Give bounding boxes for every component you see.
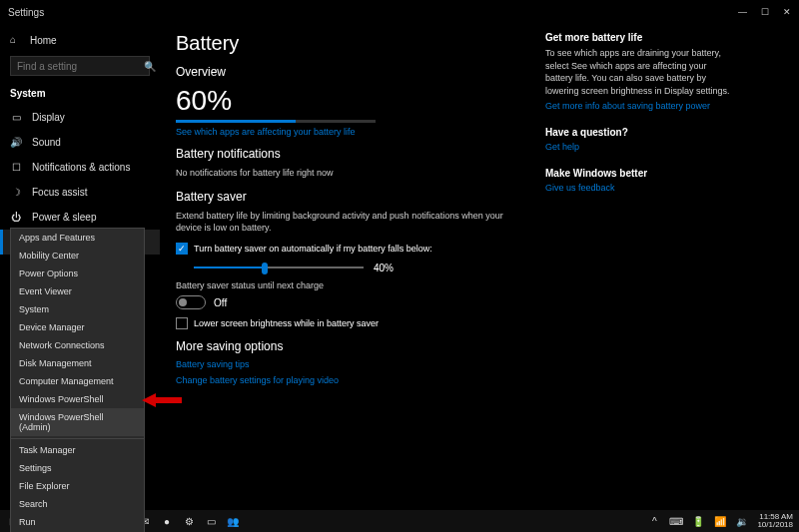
home-icon: ⌂ xyxy=(10,34,22,46)
ctx-label: Device Manager xyxy=(19,322,85,332)
ctx-label: File Explorer xyxy=(19,481,70,491)
home-label: Home xyxy=(30,35,57,46)
brightness-label: Lower screen brightness while in battery… xyxy=(194,318,379,328)
ctx-run[interactable]: Run xyxy=(11,513,144,531)
ctx-power-options[interactable]: Power Options xyxy=(11,265,144,282)
nav-icon: ▭ xyxy=(10,112,22,123)
ctx-windows-powershell[interactable]: Windows PowerShell xyxy=(11,390,144,408)
notifications-heading: Battery notifications xyxy=(176,147,515,161)
notifications-body: No notifications for battery life right … xyxy=(176,167,515,180)
ctx-label: System xyxy=(19,304,49,314)
tips-link[interactable]: Battery saving tips xyxy=(176,359,515,369)
ctx-file-explorer[interactable]: File Explorer xyxy=(11,477,144,495)
help-info-link[interactable]: Get more info about saving battery power xyxy=(545,101,735,111)
minimize-button[interactable]: — xyxy=(738,7,747,17)
ctx-label: Settings xyxy=(19,463,52,473)
threshold-value: 40% xyxy=(374,263,394,273)
ctx-label: Run xyxy=(19,517,36,527)
nav-icon: ☽ xyxy=(10,187,22,198)
ctx-settings[interactable]: Settings xyxy=(11,459,144,477)
tray-icon-1[interactable]: ⌨ xyxy=(669,514,683,528)
saver-toggle[interactable] xyxy=(176,295,206,309)
nav-item-display[interactable]: ▭Display xyxy=(0,105,160,130)
saver-toggle-label: Off xyxy=(214,297,227,308)
question-heading: Have a question? xyxy=(545,127,735,138)
search-input-container[interactable]: 🔍 xyxy=(10,56,150,76)
search-icon: 🔍 xyxy=(144,61,156,72)
ctx-windows-powershell-admin-[interactable]: Windows PowerShell (Admin) xyxy=(11,408,144,436)
window-title: Settings xyxy=(8,7,738,18)
nav-icon: ⏻ xyxy=(10,212,22,223)
ctx-computer-management[interactable]: Computer Management xyxy=(11,372,144,390)
ctx-network-connections[interactable]: Network Connections xyxy=(11,336,144,354)
nav-label: Power & sleep xyxy=(32,212,96,223)
ctx-label: Computer Management xyxy=(19,376,114,386)
annotation-arrow-icon xyxy=(142,391,182,409)
auto-saver-label: Turn battery saver on automatically if m… xyxy=(194,244,432,254)
brightness-checkbox[interactable] xyxy=(176,317,188,329)
tray-icon-2[interactable]: 🔋 xyxy=(691,514,705,528)
nav-label: Focus assist xyxy=(32,187,88,198)
ctx-label: Mobility Center xyxy=(19,251,79,261)
ctx-label: Search xyxy=(19,499,48,509)
help-heading: Get more battery life xyxy=(545,32,735,43)
taskbar-clock[interactable]: 11:58 AM10/1/2018 xyxy=(757,513,793,529)
saver-body: Extend battery life by limiting backgrou… xyxy=(176,210,515,235)
ctx-mobility-center[interactable]: Mobility Center xyxy=(11,247,144,265)
ctx-label: Windows PowerShell xyxy=(19,394,104,404)
taskbar-app-8[interactable]: ⚙ xyxy=(182,514,196,528)
page-title: Battery xyxy=(176,32,515,55)
ctx-label: Network Connections xyxy=(19,340,105,350)
nav-item-focus-assist[interactable]: ☽Focus assist xyxy=(0,180,160,205)
battery-progress xyxy=(176,120,376,123)
nav-label: Display xyxy=(32,112,65,123)
tray-icon-3[interactable]: 📶 xyxy=(713,514,727,528)
feedback-link[interactable]: Give us feedback xyxy=(545,183,735,193)
saver-heading: Battery saver xyxy=(176,190,515,204)
maximize-button[interactable]: ☐ xyxy=(761,7,769,17)
ctx-label: Power Options xyxy=(19,268,78,278)
tray-icon-0[interactable]: ^ xyxy=(647,514,661,528)
nav-label: Notifications & actions xyxy=(32,162,130,173)
nav-icon: 🔊 xyxy=(10,137,22,148)
ctx-search[interactable]: Search xyxy=(11,495,144,513)
ctx-disk-management[interactable]: Disk Management xyxy=(11,354,144,372)
section-system: System xyxy=(0,84,160,105)
video-settings-link[interactable]: Change battery settings for playing vide… xyxy=(176,375,515,385)
ctx-device-manager[interactable]: Device Manager xyxy=(11,318,144,336)
home-nav[interactable]: ⌂ Home xyxy=(0,28,160,52)
nav-icon: ☐ xyxy=(10,162,22,173)
ctx-label: Windows PowerShell (Admin) xyxy=(19,412,136,432)
ctx-label: Disk Management xyxy=(19,358,92,368)
taskbar-app-9[interactable]: ▭ xyxy=(204,514,218,528)
nav-label: Sound xyxy=(32,137,61,148)
saver-status-label: Battery saver status until next charge xyxy=(176,279,515,292)
nav-item-sound[interactable]: 🔊Sound xyxy=(0,130,160,155)
winx-context-menu: Apps and FeaturesMobility CenterPower Op… xyxy=(10,228,145,532)
ctx-apps-and-features[interactable]: Apps and Features xyxy=(11,229,144,247)
search-input[interactable] xyxy=(17,61,144,72)
overview-heading: Overview xyxy=(176,65,515,79)
taskbar-app-10[interactable]: 👥 xyxy=(226,514,240,528)
feedback-heading: Make Windows better xyxy=(545,168,735,179)
auto-saver-checkbox[interactable]: ✓ xyxy=(176,243,188,255)
battery-percent: 60% xyxy=(176,85,515,117)
apps-affecting-link[interactable]: See which apps are affecting your batter… xyxy=(176,127,515,137)
get-help-link[interactable]: Get help xyxy=(545,142,735,152)
ctx-label: Apps and Features xyxy=(19,233,95,243)
taskbar-app-7[interactable]: ● xyxy=(160,514,174,528)
ctx-event-viewer[interactable]: Event Viewer xyxy=(11,282,144,300)
threshold-slider[interactable] xyxy=(194,266,364,268)
ctx-task-manager[interactable]: Task Manager xyxy=(11,441,144,459)
ctx-label: Event Viewer xyxy=(19,286,72,296)
nav-item-power-sleep[interactable]: ⏻Power & sleep xyxy=(0,205,160,230)
tray-icon-4[interactable]: 🔉 xyxy=(735,514,749,528)
ctx-system[interactable]: System xyxy=(11,300,144,318)
close-button[interactable]: ✕ xyxy=(783,7,791,17)
ctx-label: Task Manager xyxy=(19,445,76,455)
svg-marker-0 xyxy=(142,393,182,407)
nav-item-notifications-actions[interactable]: ☐Notifications & actions xyxy=(0,155,160,180)
help-body: To see which apps are draining your batt… xyxy=(545,47,735,97)
more-options-heading: More saving options xyxy=(176,339,515,353)
